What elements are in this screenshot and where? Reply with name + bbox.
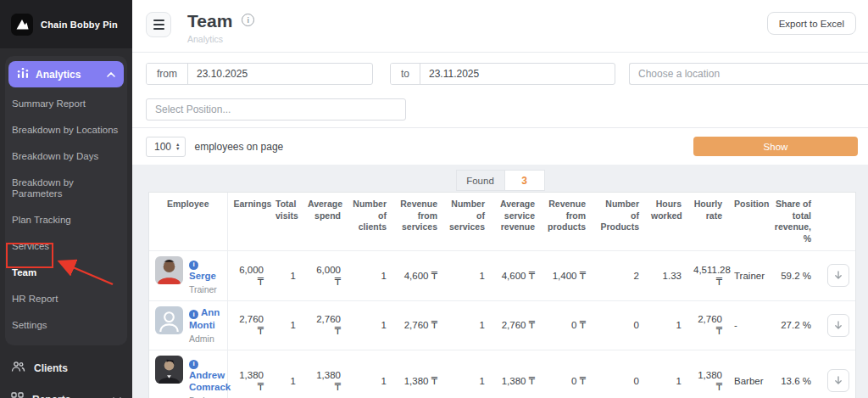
column-header: Revenue from services [392,193,443,251]
table-row: iAndrew Comrack Barber 1,380 ₸ 1 1,380 ₸… [149,350,855,398]
results-section: Found 3 Employee Earnings Total visits A… [132,165,868,398]
sidebar-item-clients[interactable]: Clients [0,352,132,384]
employee-role: Trainer [189,283,221,295]
cell-total-visits: 1 [270,251,302,301]
breadcrumb: Analytics [187,34,254,44]
date-to-group: to [390,63,615,85]
sidebar-item-services[interactable]: Services [5,233,127,260]
sidebar-item-analytics[interactable]: Analytics [8,61,124,87]
sidebar-item-hr-report[interactable]: HR Report [5,286,127,312]
cell-number-of-products: 0 [592,300,645,350]
sidebar-item-summary-report[interactable]: Summary Report [5,91,127,117]
date-to-input[interactable] [420,64,615,84]
avatar [155,356,183,384]
cell-revenue-from-products: 0 ₸ [541,350,592,398]
cell-number-of-services: 1 [443,300,491,350]
cell-revenue-from-products: 0 ₸ [541,300,592,350]
column-header: Number of Products [592,193,645,251]
position-select[interactable] [146,98,406,121]
avatar-placeholder [155,306,183,334]
analytics-chart-icon [17,67,29,81]
found-label: Found [456,170,505,191]
found-count-badge: 3 [505,170,545,191]
brand[interactable]: Chain Bobby Pin [0,0,132,48]
cell-hours-worked: 1 [645,350,687,398]
sidebar-item-breakdown-by-days[interactable]: Breakdown by Days [5,143,127,170]
brand-logo-icon [11,14,33,36]
cell-average-service-revenue: 1,380 ₸ [491,350,541,398]
column-header: Revenue from products [541,193,592,251]
cell-number-of-clients: 1 [347,350,392,398]
cell-revenue-from-services: 2,760 ₸ [392,300,443,350]
app-root: Chain Bobby Pin Analytics Summary Report… [0,0,868,398]
employee-link[interactable]: iSerge [189,257,216,281]
sidebar-item-plan-tracking[interactable]: Plan Tracking [5,207,127,233]
cell-total-visits: 1 [270,300,302,350]
table-row: iSerge Trainer 6,000 ₸ 1 6,000 ₸ 1 4,600… [149,251,855,301]
team-table-card: Employee Earnings Total visits Average s… [148,192,856,398]
per-page-select[interactable]: 100 ▲▼ [146,137,186,157]
info-icon: i [189,360,198,369]
sidebar-item-breakdown-by-locations[interactable]: Breakdown by Locations [5,117,127,143]
download-row-button[interactable] [827,314,849,337]
sidebar-item-breakdown-by-parameters[interactable]: Breakdown by Parameters [5,170,127,207]
cell-hourly-rate: 1,380 ₸ [687,350,728,398]
found-tabs: Found 3 [456,170,545,191]
sidebar-item-team[interactable]: Team [5,260,127,286]
hamburger-icon [153,20,164,30]
info-icon: i [189,261,198,270]
menu-toggle-button[interactable] [146,12,171,37]
cell-total-visits: 1 [270,350,302,398]
column-header: Hourly rate [687,193,728,251]
avatar [155,256,183,284]
export-to-excel-button[interactable]: Export to Excel [767,12,856,35]
cell-position: Barber [728,350,767,398]
cell-earnings: 1,380 ₸ [227,350,270,398]
cell-revenue-from-services: 1,380 ₸ [392,350,443,398]
sidebar-bottom: Clients Reports [0,352,132,398]
sidebar-item-settings[interactable]: Settings [5,312,127,339]
cell-earnings: 6,000 ₸ [227,251,270,301]
cell-hourly-rate: 4,511.28 ₸ [687,251,728,301]
download-row-button[interactable] [827,264,849,287]
show-button[interactable]: Show [693,137,858,156]
column-header: Average service revenue [491,193,541,251]
table-row: iAnn Monti Admin 2,760 ₸ 1 2,760 ₸ 1 2,7… [149,300,855,350]
download-arrow-icon [834,271,843,280]
info-icon[interactable]: i [242,14,254,26]
cell-revenue-from-products: 1,400 ₸ [541,251,592,301]
cell-share: 27.2 % [767,300,817,350]
column-header: Number of services [443,193,491,251]
cell-average-service-revenue: 4,600 ₸ [491,251,541,301]
info-icon: i [189,310,198,319]
employee-link[interactable]: iAnn Monti [189,307,220,331]
date-from-input[interactable] [188,64,372,84]
cell-number-of-clients: 1 [347,300,392,350]
location-select[interactable] [629,63,868,85]
column-header: Average spend [302,193,347,251]
sidebar-item-label: Reports [32,394,70,398]
cell-number-of-clients: 1 [347,251,392,301]
toolbar-section: 100 ▲▼ employees on page Show [132,128,868,165]
cell-hourly-rate: 2,760 ₸ [687,300,728,350]
main-content: Team i Analytics Export to Excel from to [132,0,868,398]
cell-hours-worked: 1 [645,300,687,350]
employee-link[interactable]: iAndrew Comrack [189,356,231,392]
per-page-value: 100 [154,141,171,153]
select-arrows-icon: ▲▼ [175,143,180,151]
sidebar-item-label: Analytics [36,69,81,81]
download-arrow-icon [834,321,843,330]
employee-role: Barber [189,395,231,398]
cell-average-spend: 6,000 ₸ [302,251,347,301]
sidebar-item-reports[interactable]: Reports [0,384,132,398]
date-from-group: from [146,63,373,85]
cell-number-of-products: 0 [592,350,645,398]
download-row-button[interactable] [827,369,849,392]
column-header: Total visits [270,193,302,251]
clients-people-icon [11,361,25,375]
brand-name: Chain Bobby Pin [41,20,118,30]
from-label: from [147,64,188,84]
column-header: Number of clients [347,193,392,251]
reports-grid-icon [11,392,24,398]
cell-number-of-products: 2 [592,251,645,301]
